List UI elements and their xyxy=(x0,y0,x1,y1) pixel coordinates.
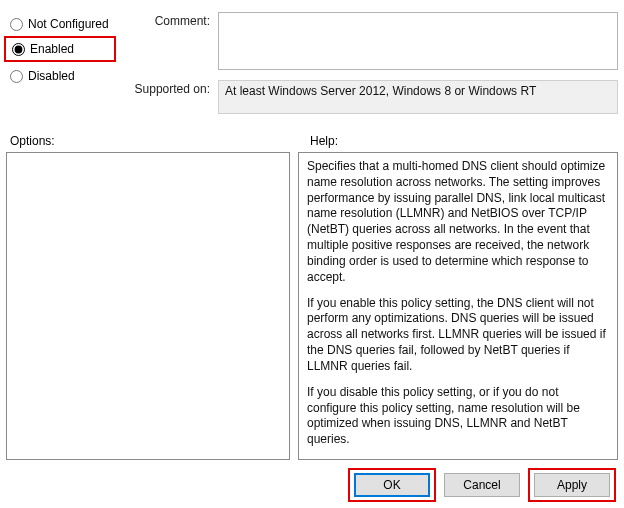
state-radio-group: Not Configured Enabled Disabled xyxy=(6,4,124,128)
content-boxes: Specifies that a multi-homed DNS client … xyxy=(6,152,618,460)
radio-disabled-input[interactable] xyxy=(10,70,23,83)
help-paragraph: If you disable this policy setting, or i… xyxy=(307,385,609,448)
radio-disabled-label: Disabled xyxy=(28,69,75,83)
comment-input[interactable] xyxy=(218,12,618,70)
policy-dialog: Not Configured Enabled Disabled Comment:… xyxy=(0,0,624,508)
help-section-label: Help: xyxy=(300,134,338,148)
help-paragraph: If you enable this policy setting, the D… xyxy=(307,296,609,375)
radio-not-configured[interactable]: Not Configured xyxy=(6,14,124,34)
apply-highlight: Apply xyxy=(528,468,616,502)
apply-button[interactable]: Apply xyxy=(534,473,610,497)
supported-row: Supported on: xyxy=(124,80,618,114)
comment-label: Comment: xyxy=(124,12,218,28)
options-section-label: Options: xyxy=(6,134,300,148)
help-paragraph: Specifies that a multi-homed DNS client … xyxy=(307,159,609,286)
fields-column: Comment: Supported on: xyxy=(124,4,618,128)
radio-disabled[interactable]: Disabled xyxy=(6,66,124,86)
radio-not-configured-input[interactable] xyxy=(10,18,23,31)
ok-highlight: OK xyxy=(348,468,436,502)
supported-on-value xyxy=(218,80,618,114)
ok-button[interactable]: OK xyxy=(354,473,430,497)
radio-enabled-label: Enabled xyxy=(30,42,74,56)
radio-enabled[interactable]: Enabled xyxy=(8,39,112,59)
options-box[interactable] xyxy=(6,152,290,460)
radio-enabled-input[interactable] xyxy=(12,43,25,56)
cancel-button[interactable]: Cancel xyxy=(444,473,520,497)
supported-label: Supported on: xyxy=(124,80,218,96)
dialog-footer: OK Cancel Apply xyxy=(6,460,618,500)
enabled-highlight: Enabled xyxy=(4,36,116,62)
top-area: Not Configured Enabled Disabled Comment:… xyxy=(6,4,618,128)
help-box[interactable]: Specifies that a multi-homed DNS client … xyxy=(298,152,618,460)
section-labels: Options: Help: xyxy=(6,134,618,148)
radio-not-configured-label: Not Configured xyxy=(28,17,109,31)
comment-row: Comment: xyxy=(124,12,618,70)
